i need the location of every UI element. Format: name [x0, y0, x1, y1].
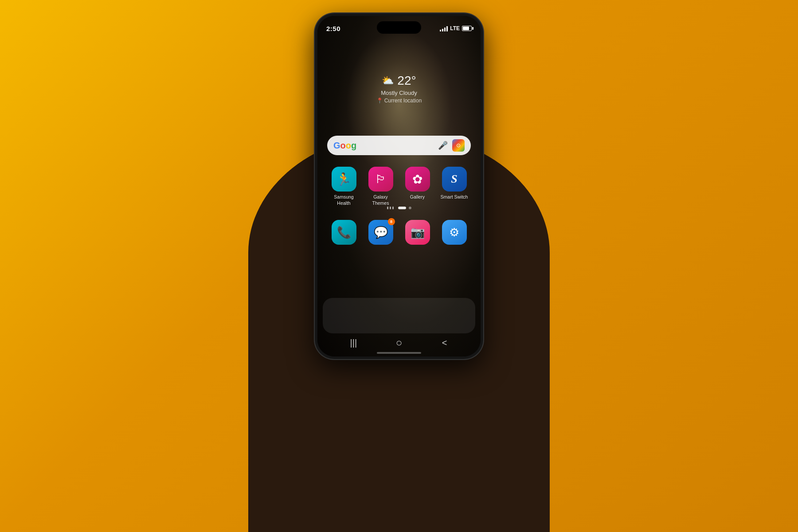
flower-icon: ✿ [412, 172, 422, 187]
page-line-2 [390, 207, 391, 209]
battery-icon [462, 26, 472, 31]
galaxy-themes-label: Galaxy Themes [365, 194, 396, 206]
page-line-1 [387, 207, 388, 209]
phone-app-icon[interactable]: 📞 [332, 220, 356, 245]
app-row-1: 🏃 Samsung Health 🏳 Galaxy Themes ✿ [317, 167, 481, 206]
microphone-icon[interactable]: 🎤 [438, 141, 448, 150]
page-dot-2 [409, 207, 411, 209]
page-lines [387, 207, 394, 209]
weather-location: 📍 Current location [376, 98, 422, 104]
smart-switch-icon[interactable]: S [442, 167, 467, 192]
smart-switch-label: Smart Switch [441, 194, 468, 200]
page-dot-1 [398, 207, 406, 209]
weather-widget: ⛅ 22° Mostly Cloudy 📍 Current location [376, 74, 422, 104]
home-button[interactable]: ○ [390, 336, 408, 349]
gallery-icon[interactable]: ✿ [405, 167, 430, 192]
camera-lens-icon: 📷 [411, 226, 425, 239]
weather-condition: Mostly Cloudy [376, 90, 422, 96]
weather-icon: ⛅ [382, 75, 394, 86]
app-item-smart-switch[interactable]: S Smart Switch [439, 167, 470, 200]
app-item-messages[interactable]: 💬 8 [365, 220, 396, 247]
status-time: 2:50 [326, 25, 340, 32]
phone-inner: 2:50 LTE [317, 16, 481, 356]
app-item-gallery[interactable]: ✿ Gallery [402, 167, 433, 200]
home-indicator [377, 352, 421, 354]
dynamic-island [377, 21, 421, 34]
location-pin-icon: 📍 [376, 98, 383, 104]
camera-icon[interactable]: 📷 [405, 220, 430, 245]
app-item-phone[interactable]: 📞 [329, 220, 360, 247]
settings-icon[interactable]: ⚙ [442, 220, 467, 245]
navigation-bar: ||| ○ < [317, 336, 481, 349]
screen: 2:50 LTE [317, 16, 481, 356]
person-icon: 🏃 [336, 172, 352, 187]
back-button[interactable]: < [436, 336, 454, 349]
page-indicator [317, 207, 481, 209]
dock-background [323, 298, 475, 333]
google-search-bar[interactable]: Goog 🎤 ⊙ [327, 136, 471, 155]
network-type: LTE [450, 25, 460, 31]
weather-row: ⛅ 22° [376, 74, 422, 88]
page-line-3 [392, 207, 394, 209]
app-item-settings[interactable]: ⚙ [439, 220, 470, 247]
s-letter-icon: S [451, 172, 457, 186]
gear-icon: ⚙ [449, 226, 459, 239]
signal-bars-icon [440, 25, 448, 31]
recent-apps-button[interactable]: ||| [344, 336, 362, 349]
status-icons: LTE [440, 25, 472, 31]
themes-flag-icon: 🏳 [375, 172, 387, 186]
google-lens-icon[interactable]: ⊙ [452, 139, 465, 152]
chat-bubble-icon: 💬 [374, 226, 388, 239]
app-item-camera[interactable]: 📷 [402, 220, 433, 247]
battery-fill [463, 27, 469, 30]
galaxy-themes-icon[interactable]: 🏳 [368, 167, 393, 192]
dock-row: 📞 💬 8 📷 [317, 220, 481, 247]
messages-icon[interactable]: 💬 8 [368, 220, 393, 245]
phone-outer: 2:50 LTE [315, 13, 483, 359]
weather-temperature: 22° [397, 74, 416, 88]
samsung-health-icon[interactable]: 🏃 [332, 167, 356, 192]
google-logo: Goog [333, 141, 356, 151]
gallery-label: Gallery [410, 194, 425, 200]
phone-handset-icon: 📞 [337, 226, 351, 239]
phone-wrapper: 2:50 LTE [315, 13, 483, 359]
orb-glow [346, 29, 452, 180]
app-item-samsung-health[interactable]: 🏃 Samsung Health [329, 167, 360, 206]
messages-badge: 8 [388, 218, 395, 225]
app-item-galaxy-themes[interactable]: 🏳 Galaxy Themes [365, 167, 396, 206]
samsung-health-label: Samsung Health [329, 194, 360, 206]
